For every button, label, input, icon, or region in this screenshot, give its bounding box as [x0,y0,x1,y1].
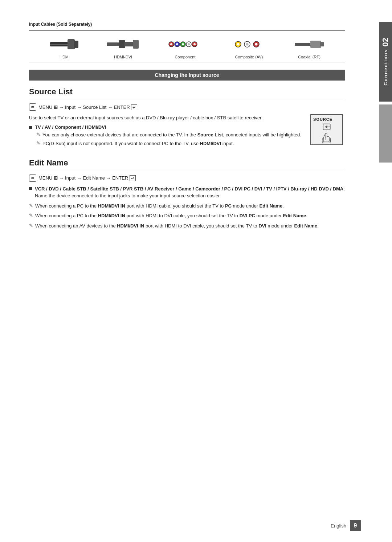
hdmi-icon [50,35,79,53]
svg-point-13 [182,43,184,45]
note-icon-2: ✎ [36,140,40,146]
source-image: SOURCE [309,114,345,145]
svg-rect-25 [310,41,321,48]
svg-rect-26 [320,42,324,46]
svg-rect-6 [124,42,134,46]
composite-label: Composite (AV) [235,55,263,59]
cable-component: Component [167,35,203,59]
svg-point-15 [188,43,190,45]
cables-divider-bottom [29,62,345,62]
source-list-text: Use to select TV or an external input so… [29,114,301,150]
cables-divider-top [29,30,345,31]
edit-menu-icon: m [29,174,36,182]
hdmi-dvi-label: HDMI-DVI [114,55,132,59]
sub-bullets: ✎ You can only choose external devices t… [36,131,301,147]
source-list-title: Source List [29,87,345,99]
bullet-square-icon [29,126,32,129]
footer: English 9 [0,520,379,531]
cables-row: HDMI HDMI-DVI [29,35,345,59]
cable-hdmi-dvi: HDMI-DVI [107,35,139,59]
source-list-body: Use to select TV or an external input so… [29,114,345,150]
svg-rect-5 [119,40,125,48]
vcr-bullet-square [29,187,32,190]
sub-bullet-2: ✎ PC(D-Sub) input is not supported. If y… [36,140,301,147]
svg-rect-4 [107,42,119,46]
source-button-box: SOURCE [310,114,343,145]
component-label: Component [175,55,196,59]
note-2: ✎ When connecting a PC to the HDMI/DVI I… [29,212,345,219]
cable-hdmi: HDMI [50,35,79,59]
cable-coaxial: Coaxial (RF) [295,35,324,59]
sub-bullet-1: ✎ You can only choose external devices t… [36,131,301,139]
note-pencil-1: ✎ [29,203,33,208]
svg-rect-24 [295,43,311,46]
svg-point-23 [255,43,258,46]
sub-bullet-text-1: You can only choose external devices tha… [42,131,301,139]
note-3: ✎ When connecting an AV devices to the H… [29,222,345,230]
svg-point-9 [170,43,172,45]
svg-point-21 [246,43,249,46]
note-1: ✎ When connecting a PC to the HDMI/DVI I… [29,202,345,210]
source-list-menu-path: m MENU ⊞ → Input → Source List → ENTER ↵ [29,103,345,111]
component-icon [167,35,203,53]
menu-icon: m [29,103,36,111]
bullet-main-text: TV / AV / Component / HDMI/DVI [35,124,106,130]
vcr-bullet: VCR / DVD / Cable STB / Satellite STB / … [29,185,345,200]
composite-icon [231,35,267,53]
svg-point-17 [193,43,196,45]
source-list-description: Use to select TV or an external input so… [29,114,301,122]
sub-bullet-text-2: PC(D-Sub) input is not supported. If you… [42,140,234,147]
svg-marker-28 [325,125,327,129]
hdmi-dvi-icon [107,35,139,53]
note-pencil-2: ✎ [29,213,33,218]
hdmi-label: HDMI [60,55,70,59]
note-text-1: When connecting a PC to the HDMI/DVI IN … [35,202,284,210]
source-list-section: Source List m MENU ⊞ → Input → Source Li… [29,87,345,150]
cables-label: Input Cables (Sold Separately) [29,22,345,27]
edit-name-menu-path: m MENU ⊞ → Input → Edit Name → ENTER ↵ [29,174,345,182]
bullet-main-item: TV / AV / Component / HDMI/DVI [29,124,301,130]
coaxial-icon [295,35,324,53]
vcr-text: VCR / DVD / Cable STB / Satellite STB / … [35,185,345,200]
svg-point-19 [237,43,240,46]
edit-name-section: Edit Name m MENU ⊞ → Input → Edit Name →… [29,158,345,230]
page-content: Input Cables (Sold Separately) HDMI [0,0,392,542]
note-text-3: When connecting an AV devices to the HDM… [35,222,319,230]
section-banner: Changing the Input source [29,70,345,81]
note-pencil-3: ✎ [29,223,33,228]
edit-path-text: MENU ⊞ → Input → Edit Name → ENTER ↵ [38,175,136,181]
edit-name-bullets: VCR / DVD / Cable STB / Satellite STB / … [29,185,345,230]
cable-composite: Composite (AV) [231,35,267,59]
source-list-bullets: TV / AV / Component / HDMI/DVI ✎ You can… [29,124,301,147]
source-button-label: SOURCE [313,117,332,122]
edit-name-title: Edit Name [29,158,345,170]
note-text-2: When connecting a PC to the HDMI/DVI IN … [35,212,307,219]
source-list-path-text: MENU ⊞ → Input → Source List → ENTER ↵ [38,104,137,110]
svg-point-11 [176,43,178,45]
svg-rect-1 [68,39,75,49]
footer-language: English [331,523,346,529]
main-content: Input Cables (Sold Separately) HDMI [29,22,345,229]
svg-rect-2 [74,41,78,48]
cables-section: Input Cables (Sold Separately) HDMI [29,22,345,62]
footer-page-number: 9 [350,520,361,531]
note-icon-1: ✎ [36,132,40,137]
coaxial-label: Coaxial (RF) [298,55,320,59]
svg-rect-7 [133,40,139,49]
